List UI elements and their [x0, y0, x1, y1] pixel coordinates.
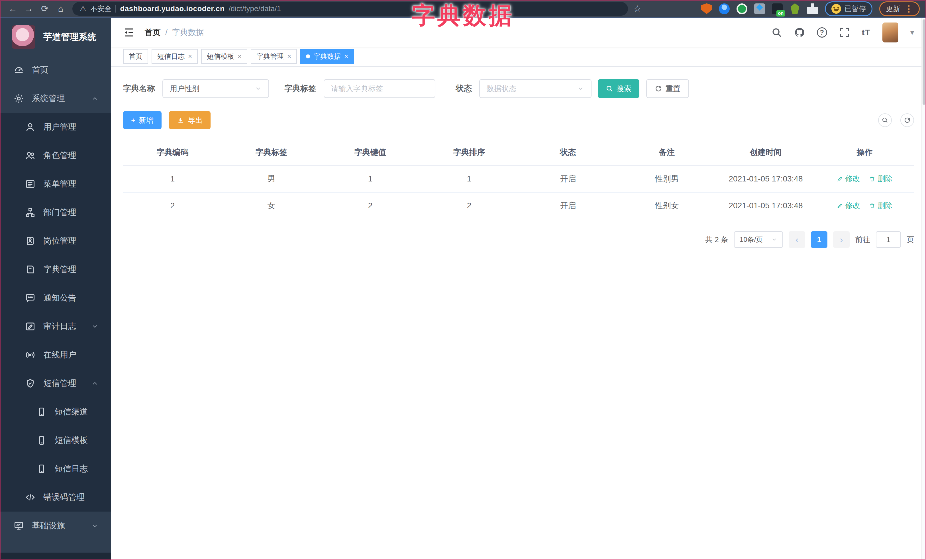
export-button-label: 导出	[188, 115, 203, 125]
chevron-down-icon	[91, 323, 98, 330]
address-bar[interactable]: ⚠ 不安全 dashboard.yudao.iocoder.cn /dict/t…	[73, 2, 628, 16]
fullscreen-icon[interactable]	[839, 27, 850, 38]
col-header: 状态	[519, 140, 617, 166]
sidebar-item-sms-channel[interactable]: 短信渠道	[0, 398, 111, 426]
close-icon[interactable]: ×	[188, 53, 192, 60]
profile-paused-badge[interactable]: 已暂停	[825, 2, 872, 16]
tag-home[interactable]: 首页	[123, 49, 148, 64]
sidebar-item-label: 用户管理	[43, 121, 76, 133]
page-size-value: 10条/页	[740, 235, 763, 244]
edit-link[interactable]: 修改	[837, 174, 860, 184]
browser-menu-kebab-icon[interactable]: ⋮	[905, 4, 913, 14]
dict-tag-input[interactable]	[324, 79, 435, 98]
close-icon[interactable]: ×	[238, 53, 242, 60]
dict-name-value: 用户性别	[170, 84, 200, 94]
page-size-select[interactable]: 10条/页	[734, 231, 783, 248]
reset-button-label: 重置	[666, 84, 680, 94]
sidebar-item-roles[interactable]: 角色管理	[0, 141, 111, 170]
paused-label: 已暂停	[844, 4, 866, 14]
sidebar-item-audit-log[interactable]: 审计日志	[0, 312, 111, 341]
sidebar-item-sms-log[interactable]: 短信日志	[0, 454, 111, 483]
download-icon	[177, 116, 185, 124]
update-label: 更新	[886, 4, 900, 14]
scrollbar-thumb[interactable]	[923, 20, 925, 105]
sidebar-item-infrastructure[interactable]: 基础设施	[0, 512, 111, 540]
search-button[interactable]: 搜索	[598, 79, 639, 98]
goto-label: 前往	[855, 235, 870, 245]
extension-shield-icon[interactable]	[701, 3, 712, 14]
sidebar-item-sms-template[interactable]: 短信模板	[0, 426, 111, 454]
sidebar-item-menus[interactable]: 菜单管理	[0, 170, 111, 198]
sidebar-item-notices[interactable]: 通知公告	[0, 284, 111, 312]
export-button[interactable]: 导出	[169, 111, 210, 129]
app-title: 芋道管理系统	[43, 31, 96, 43]
font-size-icon[interactable]: tT	[862, 28, 870, 37]
extension-stats-icon[interactable]	[754, 3, 765, 14]
sidebar-item-sms[interactable]: 短信管理	[0, 369, 111, 398]
cell-remark: 性别男	[617, 166, 716, 192]
close-icon[interactable]: ×	[287, 53, 291, 60]
bookmark-star-icon[interactable]: ☆	[631, 2, 644, 15]
delete-link[interactable]: 删除	[869, 174, 893, 184]
app-logo[interactable]: 芋道管理系统	[0, 18, 111, 56]
extension-blue-icon[interactable]	[719, 3, 730, 14]
sidebar-item-online-users[interactable]: 在线用户	[0, 341, 111, 369]
delete-link[interactable]: 删除	[869, 201, 893, 210]
filter-form: 字典名称 用户性别 字典标签 状态 数据状态 搜索 重置	[123, 79, 914, 98]
edit-link[interactable]: 修改	[837, 201, 860, 210]
browser-reload-icon[interactable]: ⟳	[38, 2, 51, 15]
security-warning-icon[interactable]: ⚠	[80, 5, 86, 13]
status-select[interactable]: 数据状态	[479, 79, 592, 98]
search-icon[interactable]	[771, 27, 782, 38]
browser-home-icon[interactable]: ⌂	[54, 2, 67, 15]
sidebar-item-departments[interactable]: 部门管理	[0, 198, 111, 227]
github-icon[interactable]	[794, 27, 805, 38]
reset-button[interactable]: 重置	[646, 79, 689, 98]
sidebar-item-home[interactable]: 首页	[0, 56, 111, 84]
chevron-down-icon	[577, 85, 584, 92]
col-header: 字典标签	[222, 140, 321, 166]
logo-rabbit-image	[12, 25, 35, 49]
table-row: 2 女 2 2 开启 性别女 2021-01-05 17:03:48 修改	[123, 192, 914, 219]
collapse-sidebar-icon[interactable]	[123, 27, 135, 38]
breadcrumb-home[interactable]: 首页	[145, 27, 161, 38]
tag-sms-log[interactable]: 短信日志 ×	[151, 49, 198, 64]
sidebar-item-label: 在线用户	[43, 349, 76, 361]
sidebar-item-system[interactable]: 系统管理	[0, 84, 111, 113]
page-1-button[interactable]: 1	[811, 231, 828, 248]
prev-page-button[interactable]: ‹	[789, 231, 805, 248]
refresh-icon	[655, 85, 662, 92]
extensions-puzzle-icon[interactable]	[807, 3, 818, 14]
help-icon[interactable]: ?	[817, 27, 827, 38]
page-scrollbar[interactable]	[921, 18, 926, 560]
user-avatar[interactable]	[882, 23, 898, 42]
extension-sprout-icon[interactable]	[790, 3, 800, 14]
sidebar: 芋道管理系统 首页 系统管理 用户管理 角色管理 菜单管理	[0, 18, 111, 560]
status-placeholder: 数据状态	[487, 84, 516, 94]
sidebar-item-users[interactable]: 用户管理	[0, 113, 111, 141]
extension-switch-icon[interactable]: on	[772, 3, 783, 14]
refresh-table-button[interactable]	[900, 113, 914, 127]
extension-green-check-icon[interactable]	[737, 3, 747, 14]
sidebar-item-dict[interactable]: 字典管理	[0, 255, 111, 284]
add-button[interactable]: + 新增	[123, 111, 162, 129]
next-page-button[interactable]: ›	[833, 231, 850, 248]
tag-dict-manage[interactable]: 字典管理 ×	[251, 49, 297, 64]
chevron-down-icon	[255, 85, 262, 92]
close-icon[interactable]: ×	[344, 53, 348, 60]
monitor-icon	[14, 521, 24, 531]
sidebar-item-error-codes[interactable]: 错误码管理	[0, 483, 111, 512]
goto-page-input[interactable]	[876, 231, 901, 248]
show-search-toggle-button[interactable]	[878, 113, 892, 127]
sidebar-item-posts[interactable]: 岗位管理	[0, 227, 111, 255]
active-dot	[306, 54, 310, 58]
browser-update-button[interactable]: 更新 ⋮	[879, 2, 920, 16]
dict-name-select[interactable]: 用户性别	[162, 79, 269, 98]
browser-back-icon[interactable]: ←	[6, 2, 20, 15]
avatar-caret-icon[interactable]: ▾	[910, 28, 914, 37]
browser-forward-icon[interactable]: →	[22, 2, 35, 15]
sidebar-item-label: 通知公告	[43, 292, 76, 303]
tag-dict-data[interactable]: 字典数据 ×	[300, 49, 354, 64]
message-icon	[25, 293, 35, 303]
tag-sms-template[interactable]: 短信模板 ×	[201, 49, 247, 64]
